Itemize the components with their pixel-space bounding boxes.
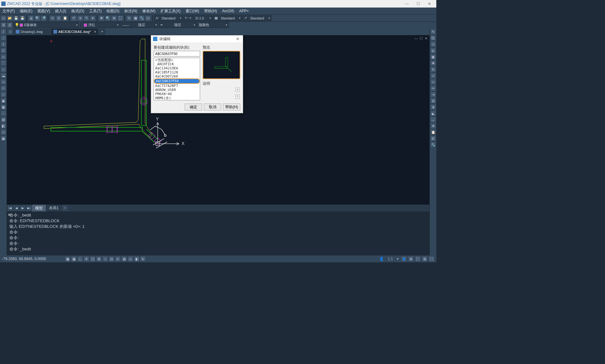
layer-dropdown[interactable]: 💡E版修改▾	[13, 22, 79, 28]
dcenter-icon[interactable]: ▦	[133, 15, 138, 21]
close-icon[interactable]: ✕	[93, 29, 97, 34]
zoomwin-icon[interactable]: ⧉	[111, 15, 117, 21]
layout-tab-model[interactable]: 模型	[32, 205, 46, 211]
lt-prev-icon[interactable]: ◀	[14, 205, 19, 211]
grid-icon[interactable]: ▩	[71, 256, 77, 262]
menu-appplus[interactable]: APP+	[237, 9, 251, 13]
filetab-grip-icon[interactable]: ⋮	[8, 29, 13, 34]
layerprops-icon[interactable]: ☰	[1, 22, 6, 28]
scale-icon[interactable]: ⤢	[430, 73, 436, 78]
dyn-icon[interactable]: ⊡	[109, 256, 114, 262]
st-ico3[interactable]: ⛶	[415, 256, 421, 262]
list-item[interactable]: A$C1B5F1128	[154, 70, 200, 74]
undo-icon[interactable]: ↶	[71, 15, 77, 21]
menu-arcgis[interactable]: ArcGIS	[220, 9, 237, 13]
cmd-close-icon[interactable]: ✕	[8, 212, 11, 217]
arc-icon[interactable]: ⌒	[1, 60, 6, 66]
array-icon[interactable]: ▦	[430, 54, 436, 60]
rotate-icon[interactable]: ↻	[430, 67, 436, 72]
undo-drop-icon[interactable]: ▾	[77, 15, 83, 21]
list-item[interactable]: A$C134219EA	[154, 66, 200, 70]
save-icon[interactable]: 💾	[13, 15, 19, 21]
block-icon[interactable]: ▦	[1, 104, 6, 110]
paste-icon[interactable]: 📋	[62, 15, 68, 21]
menu-file[interactable]: 文件(F)	[0, 8, 17, 14]
preview-icon[interactable]: 🔍	[35, 15, 40, 21]
list-item[interactable]: A$C4CDD7266	[154, 74, 200, 78]
region-icon[interactable]: ▭	[1, 129, 6, 135]
print-icon[interactable]: 🖨	[28, 15, 34, 21]
menu-extras[interactable]: 扩展工具(X)	[158, 8, 183, 14]
sc-icon[interactable]: ◧	[134, 256, 139, 262]
list-item-selected[interactable]: A$C50637F50	[154, 78, 200, 84]
textstyle-dropdown[interactable]: 𝐴⁄Standard▾	[154, 15, 183, 21]
coords[interactable]: -79.3360, 68.6645, 0.0000	[2, 257, 58, 261]
list-item[interactable]: FM6X8~40	[154, 92, 200, 96]
menu-modify[interactable]: 修改(M)	[140, 8, 158, 14]
annoscale-value[interactable]: 1:1	[386, 257, 394, 261]
redo-icon[interactable]: ↷	[84, 15, 89, 21]
break-icon[interactable]: ⊟	[430, 98, 436, 104]
st-ico2[interactable]: ⚙	[408, 256, 414, 262]
move-icon[interactable]: ✥	[430, 60, 436, 66]
anno-arrow-icon[interactable]: ▾	[395, 257, 400, 261]
copy2-icon[interactable]: ⿻	[430, 35, 436, 41]
explode-icon[interactable]: ✷	[430, 123, 436, 129]
annoscale-icon[interactable]: 👤	[378, 257, 385, 261]
spline-icon[interactable]: ∿	[1, 79, 6, 85]
file-tab-drawing1[interactable]: Drawing1.dwg	[13, 29, 50, 35]
snap-icon[interactable]: ▦	[65, 256, 70, 262]
dialog-close-icon[interactable]: ✕	[235, 36, 241, 41]
redo-drop-icon[interactable]: ▾	[90, 15, 95, 21]
open-icon[interactable]: 📂	[7, 15, 13, 21]
stretch-icon[interactable]: ⇿	[430, 79, 436, 85]
ellipse-icon[interactable]: ⬭	[1, 85, 6, 91]
polar-icon[interactable]: ✛	[84, 256, 89, 262]
scroll-up-icon[interactable]: ▴	[235, 88, 240, 92]
cancel-button[interactable]: 取消	[204, 104, 221, 110]
list-item[interactable]: <当前图形>	[154, 58, 200, 62]
find-icon[interactable]: 🔎	[41, 15, 46, 21]
list-item[interactable]: HBM8(全)	[154, 100, 200, 100]
menu-edit[interactable]: 编辑(E)	[17, 8, 35, 14]
lt-next-icon[interactable]: ▶	[20, 205, 25, 211]
layeriso-icon[interactable]: ⎙	[7, 22, 13, 28]
rect-icon[interactable]: ▭	[1, 54, 6, 60]
menu-format[interactable]: 格式(O)	[69, 8, 87, 14]
circle-icon[interactable]: ○	[1, 67, 6, 72]
gradient-icon[interactable]: ◧	[1, 123, 6, 129]
trim-icon[interactable]: ✂	[430, 85, 436, 91]
minimize-button[interactable]: —	[401, 0, 412, 8]
mleaderstyle-dropdown[interactable]: ↗Standard▾	[243, 15, 271, 21]
ok-button[interactable]: 确定	[185, 104, 202, 110]
block-list[interactable]: <当前图形> _ARCHTICK A$C134219EA A$C1B5F1128…	[154, 58, 200, 100]
lwt-icon[interactable]: ≡	[115, 256, 121, 262]
lt-add-icon[interactable]: +	[62, 205, 68, 211]
maximize-button[interactable]: ☐	[412, 0, 424, 8]
pan-icon[interactable]: ✥	[99, 15, 104, 21]
scroll-down-icon[interactable]: ▾	[235, 94, 240, 99]
linetype-dropdown[interactable]: ——随层▾	[121, 22, 158, 28]
transp-icon[interactable]: ▤	[121, 256, 127, 262]
st-fullscreen-icon[interactable]: ⛶	[429, 256, 434, 262]
file-tab-current[interactable]: A$C63EC06AE.dwg* ✕	[51, 29, 98, 35]
otrack-icon[interactable]: ⊞	[96, 256, 102, 262]
tool2-icon[interactable]: 🔧	[430, 142, 436, 147]
menu-help[interactable]: 帮助(H)	[202, 8, 220, 14]
new-icon[interactable]: ▭	[1, 15, 6, 21]
file-tab-add[interactable]: +	[99, 29, 105, 35]
zoomext-icon[interactable]: ⛶	[117, 15, 123, 21]
menu-window[interactable]: 窗口(W)	[183, 8, 202, 14]
vp-close-icon[interactable]: ✕	[425, 36, 428, 40]
table-icon[interactable]: ▦	[1, 136, 6, 141]
copy-icon[interactable]: ⎘	[56, 15, 62, 21]
calc-icon[interactable]: ▭	[145, 15, 151, 21]
cycle-icon[interactable]: ↻	[140, 256, 146, 262]
fillet-icon[interactable]: ◡	[430, 117, 436, 122]
menu-draw[interactable]: 绘图(D)	[104, 8, 122, 14]
list-item[interactable]: HBM6(全)	[154, 96, 200, 100]
cut-icon[interactable]: ✂	[50, 15, 55, 21]
dimstyle-dropdown[interactable]: ⊢⊣D-1.5▾	[183, 15, 212, 21]
lt-first-icon[interactable]: |◀	[7, 205, 13, 211]
erase-icon[interactable]: ✎	[430, 29, 436, 35]
